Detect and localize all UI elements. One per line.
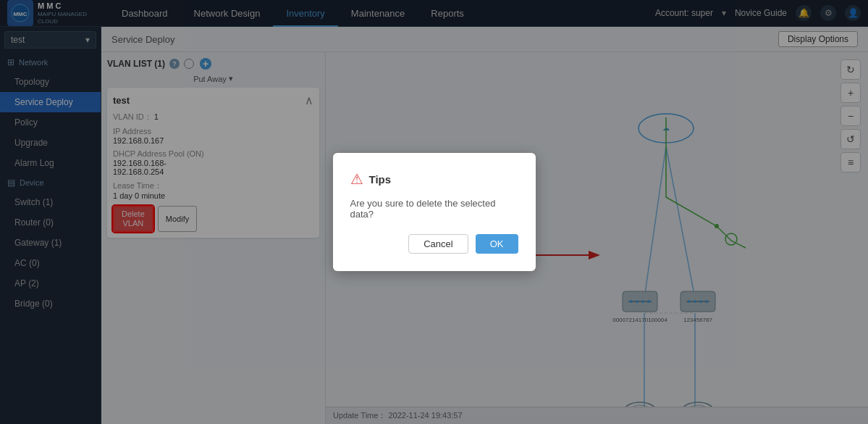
modal-overlay: ⚠ Tips Are you sure to delete the select… [0,0,868,424]
modal-ok-button[interactable]: OK [476,234,518,254]
modal-dialog: ⚠ Tips Are you sure to delete the select… [333,153,536,271]
modal-body: Are you sure to delete the selected data… [350,198,518,220]
modal-title: Tips [369,173,392,186]
warning-icon: ⚠ [350,170,363,188]
modal-title-row: ⚠ Tips [350,170,518,188]
modal-buttons: Cancel OK [350,234,518,254]
modal-cancel-button[interactable]: Cancel [408,234,468,254]
